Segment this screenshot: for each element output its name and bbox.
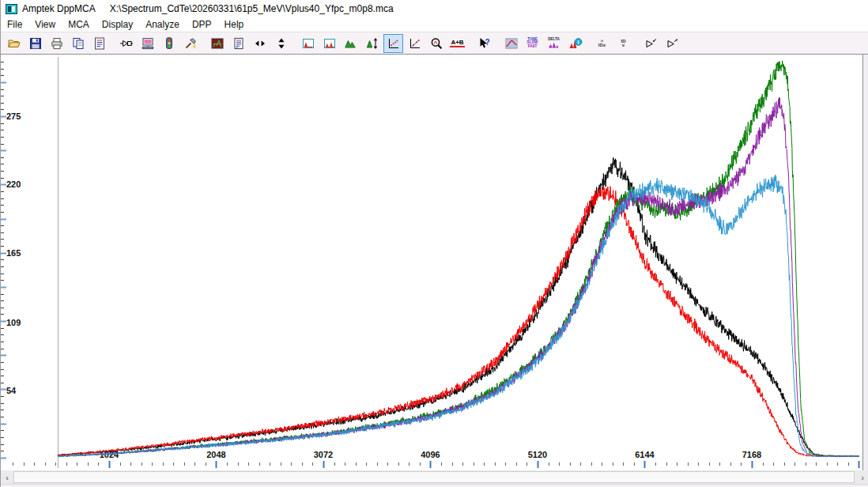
dppmca-window: Amptek DppMCA X:\Spectrum_CdTe\20260331\… (0, 0, 868, 487)
toolbar-separator (201, 35, 206, 52)
report-document-icon (92, 36, 107, 51)
app-icon (6, 4, 17, 14)
acquisition-connect-button[interactable] (138, 34, 157, 53)
up-down-arrows-icon (274, 36, 289, 51)
expand-vertical-button[interactable] (271, 34, 291, 53)
menu-file[interactable]: File (1, 18, 28, 31)
triangle-arrow-in-icon (643, 36, 658, 51)
title-file-path: X:\Spectrum_CdTe\20260331\61p5_MeV\Vplus… (110, 3, 394, 14)
print-button[interactable] (47, 34, 66, 53)
svg-text:i: i (577, 38, 579, 45)
toolbar-separator (634, 35, 640, 52)
line-display-button[interactable] (405, 34, 425, 53)
delta-button[interactable]: DELTA (544, 34, 564, 53)
spectrum-display-icon (210, 36, 225, 51)
menu-help[interactable]: Help (218, 18, 251, 31)
view-region-button[interactable] (298, 34, 318, 53)
peak-vertical-scale-icon (365, 36, 379, 51)
scroll-left-button[interactable]: ‹ (1, 470, 13, 484)
menu-display[interactable]: Display (96, 18, 139, 31)
app-title: Amptek DppMCA (22, 3, 96, 14)
svg-text:?: ? (485, 38, 489, 47)
magnifier-icon (429, 36, 443, 51)
save-floppy-icon (28, 36, 43, 51)
input-a-button[interactable] (640, 34, 660, 53)
spectrum-canvas[interactable] (1, 55, 868, 470)
id-up-icon: ^IDx (598, 40, 606, 47)
window-bottom-edge (1, 484, 868, 487)
help-pointer-icon: ? (477, 36, 492, 51)
menu-dpp[interactable]: DPP (186, 18, 218, 31)
toolbar-separator (468, 35, 474, 52)
save-button[interactable] (25, 34, 45, 53)
menu-analyze[interactable]: Analyze (139, 18, 186, 31)
roi-id-down-button[interactable]: IDv (613, 34, 633, 53)
menu-mca[interactable]: MCA (62, 18, 96, 31)
computer-icon (141, 36, 155, 51)
traffic-light-icon (162, 36, 176, 51)
green-peaks-icon (344, 36, 358, 51)
open-file-button[interactable] (4, 34, 24, 53)
delta-icon: DELTA (548, 38, 560, 49)
peak-info-button[interactable]: i (565, 34, 585, 53)
id-down-icon: IDv (621, 40, 626, 47)
two-peaks-box-icon (323, 36, 337, 51)
left-right-arrows-icon (253, 36, 267, 51)
menu-bar: File View MCA Display Analyze DPP Help (1, 17, 868, 32)
triangle-arrow-out-icon (665, 36, 679, 51)
spectrum-plot[interactable]: 54109165220275 1024204830724096512061447… (1, 55, 868, 470)
scrollbar-thumb[interactable] (13, 471, 855, 483)
zoom-button[interactable] (426, 34, 446, 53)
copy-button[interactable] (68, 34, 88, 53)
start-stop-button[interactable] (159, 34, 179, 53)
diode-config-button[interactable] (116, 34, 136, 53)
menu-view[interactable]: View (28, 18, 62, 31)
expand-horizontal-button[interactable] (250, 34, 270, 53)
info-list-icon (232, 36, 246, 51)
hatched-graph-icon (504, 36, 519, 51)
scroll-right-button[interactable]: › (856, 470, 868, 484)
roi-id-up-button[interactable]: ^IDx (592, 34, 612, 53)
setup-button[interactable] (180, 34, 200, 53)
dots-display-button[interactable] (383, 34, 403, 53)
report-button[interactable] (89, 34, 109, 53)
toolbar-separator (586, 35, 591, 52)
view-full-spectrum-button[interactable] (319, 34, 339, 53)
diode-icon (119, 36, 134, 51)
dots-plot-icon (387, 36, 401, 51)
input-b-button[interactable] (662, 34, 681, 53)
fill-spectrum-button[interactable] (341, 34, 360, 53)
horizontal-scrollbar[interactable]: ‹ › (1, 470, 868, 484)
peak-info-icon: i (568, 36, 583, 51)
tune-slow-fast-icon: TUNESLOWFAST (527, 38, 538, 49)
tune-button[interactable]: TUNESLOWFAST (523, 34, 542, 53)
mca-display-button[interactable] (207, 34, 227, 53)
status-list-button[interactable] (228, 34, 248, 53)
adc-trace-button[interactable] (501, 34, 521, 53)
context-help-button[interactable]: ? (474, 34, 494, 53)
peak-region-box-icon (301, 36, 315, 51)
printer-icon (50, 36, 64, 51)
toolbar-separator (495, 35, 500, 52)
copy-icon (71, 36, 85, 51)
sum-spectra-button[interactable]: A+B (447, 34, 467, 53)
toolbar: A+B ? TUNESLOWFAST DELTA i ^IDx IDv (1, 32, 868, 55)
title-bar: Amptek DppMCA X:\Spectrum_CdTe\20260331\… (1, 0, 868, 17)
line-plot-icon (408, 36, 422, 51)
a-plus-b-icon: A+B (450, 39, 464, 47)
toolbar-separator (292, 35, 297, 52)
tools-icon (183, 36, 198, 51)
open-folder-icon (7, 36, 21, 51)
plot-right-border (862, 55, 868, 470)
autoscale-y-button[interactable] (362, 34, 382, 53)
toolbar-separator (110, 35, 115, 52)
